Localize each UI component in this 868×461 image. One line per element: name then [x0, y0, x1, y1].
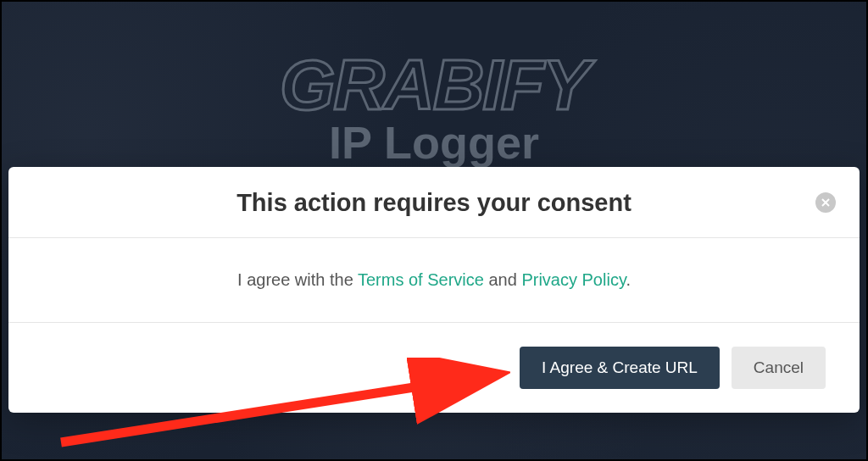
- modal-title: This action requires your consent: [42, 189, 826, 217]
- consent-text-and: and: [484, 270, 521, 289]
- modal-footer: I Agree & Create URL Cancel: [8, 323, 860, 413]
- agree-create-url-button[interactable]: I Agree & Create URL: [520, 347, 720, 389]
- modal-header: This action requires your consent: [8, 167, 860, 238]
- privacy-policy-link[interactable]: Privacy Policy: [521, 270, 626, 289]
- brand-subtitle: IP Logger: [2, 116, 866, 169]
- brand-container: GRABIFY IP Logger: [2, 44, 866, 169]
- brand-title: GRABIFY: [2, 44, 866, 126]
- terms-of-service-link[interactable]: Terms of Service: [358, 270, 484, 289]
- consent-modal: This action requires your consent I agre…: [8, 167, 860, 413]
- consent-text-suffix: .: [626, 270, 631, 289]
- modal-body: I agree with the Terms of Service and Pr…: [8, 238, 860, 323]
- close-icon: [821, 198, 830, 207]
- cancel-button[interactable]: Cancel: [732, 347, 826, 389]
- close-button[interactable]: [815, 192, 836, 213]
- consent-text-prefix: I agree with the: [237, 270, 358, 289]
